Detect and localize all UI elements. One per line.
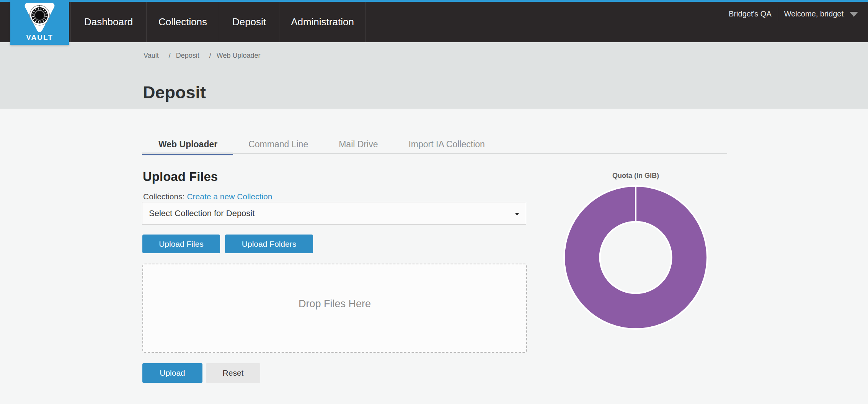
- nav-item-label: Administration: [291, 16, 354, 28]
- navbar-right: Bridget's QA Welcome, bridget: [729, 7, 858, 20]
- breadcrumb: Vault / Deposit / Web Uploader: [144, 52, 261, 60]
- top-navbar: Dashboard Collections Deposit Administra…: [0, 2, 868, 42]
- upload-folders-button[interactable]: Upload Folders: [225, 235, 313, 253]
- user-menu[interactable]: Welcome, bridget: [784, 10, 858, 18]
- reset-button[interactable]: Reset: [206, 363, 260, 383]
- breadcrumb-separator: /: [209, 52, 211, 60]
- dropzone[interactable]: Drop Files Here: [142, 264, 527, 353]
- chevron-down-icon: [850, 12, 858, 17]
- breadcrumb-separator: /: [169, 52, 171, 60]
- tabs-divider: [142, 153, 727, 154]
- nav-item-administration[interactable]: Administration: [279, 2, 366, 42]
- breadcrumb-web-uploader[interactable]: Web Uploader: [217, 52, 261, 60]
- page: Dashboard Collections Deposit Administra…: [0, 0, 868, 404]
- account-link[interactable]: Bridget's QA: [729, 10, 772, 18]
- nav-item-label: Dashboard: [84, 16, 133, 28]
- nav-item-collections[interactable]: Collections: [147, 2, 219, 42]
- tab-command-line[interactable]: Command Line: [233, 135, 323, 154]
- user-menu-label: Welcome, bridget: [784, 10, 844, 18]
- collection-select[interactable]: Select Collection for Deposit: [142, 202, 526, 225]
- page-title: Deposit: [143, 84, 206, 101]
- create-collection-link[interactable]: Create a new Collection: [187, 192, 272, 201]
- quota-donut-chart: [563, 185, 708, 330]
- upload-button[interactable]: Upload: [142, 363, 202, 383]
- tab-mail-drive[interactable]: Mail Drive: [323, 135, 393, 154]
- select-caret-icon: [515, 213, 519, 215]
- vault-logo-icon: VAULT: [10, 0, 69, 45]
- quota-chart-title: Quota (in GiB): [540, 172, 731, 179]
- nav-item-label: Deposit: [232, 16, 266, 28]
- dropzone-text: Drop Files Here: [299, 298, 371, 310]
- nav-item-deposit[interactable]: Deposit: [219, 2, 279, 42]
- collections-line: Collections: Create a new Collection: [143, 192, 272, 200]
- upload-files-heading: Upload Files: [143, 170, 218, 183]
- collection-select-value: Select Collection for Deposit: [149, 209, 255, 218]
- nav-item-label: Collections: [158, 16, 207, 28]
- vault-logo-text: VAULT: [26, 33, 53, 41]
- nav-item-dashboard[interactable]: Dashboard: [70, 2, 147, 42]
- deposit-tabs: Web Uploader Command Line Mail Drive Imp…: [142, 135, 500, 154]
- quota-donut-seam: [635, 185, 636, 222]
- breadcrumb-vault[interactable]: Vault: [144, 52, 159, 60]
- main-content: Web Uploader Command Line Mail Drive Imp…: [0, 109, 868, 404]
- top-accent-strip: [0, 0, 868, 2]
- tab-import-ia-collection[interactable]: Import IA Collection: [393, 135, 500, 154]
- navbar-separator: [778, 7, 778, 21]
- tab-web-uploader[interactable]: Web Uploader: [142, 135, 233, 154]
- breadcrumb-deposit[interactable]: Deposit: [176, 52, 199, 60]
- main-nav: Dashboard Collections Deposit Administra…: [70, 2, 366, 42]
- quota-donut-inner-border: [600, 222, 672, 293]
- upload-files-button[interactable]: Upload Files: [142, 235, 220, 253]
- collections-label: Collections:: [143, 192, 185, 201]
- page-header-band: Vault / Deposit / Web Uploader Deposit: [0, 42, 868, 109]
- vault-logo[interactable]: VAULT: [10, 0, 69, 45]
